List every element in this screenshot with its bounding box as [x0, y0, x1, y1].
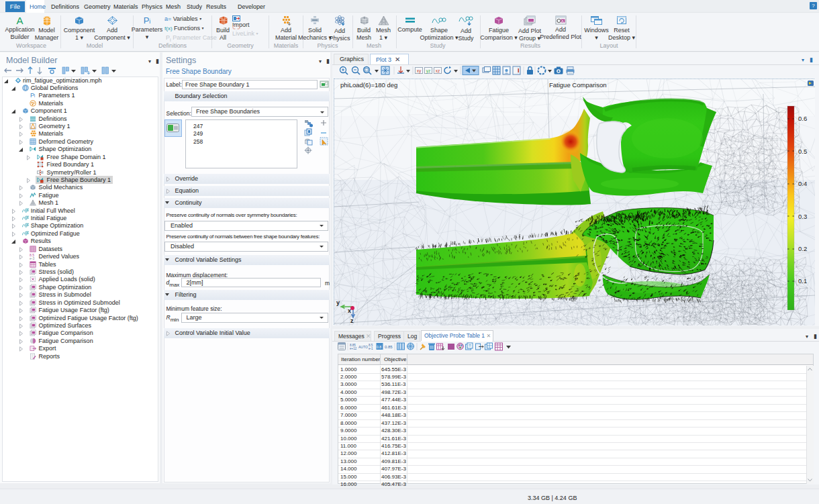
svg-text:xz: xz	[436, 68, 440, 73]
svg-text:y: y	[336, 299, 340, 306]
svg-text:0.3: 0.3	[798, 213, 807, 220]
svg-text:0.4: 0.4	[798, 180, 807, 187]
svg-text:Fatigue Comparison: Fatigue Comparison	[549, 81, 607, 89]
svg-text:z: z	[350, 317, 354, 324]
svg-text:xy: xy	[417, 68, 422, 74]
svg-text:e-3: e-3	[30, 256, 34, 260]
svg-text:x: x	[348, 307, 351, 314]
svg-text:Pi: Pi	[144, 15, 151, 25]
svg-text:0.8: 0.8	[377, 345, 381, 349]
svg-text:i: i	[34, 94, 34, 99]
svg-text:yz: yz	[426, 68, 431, 74]
svg-text:0.6: 0.6	[798, 115, 807, 122]
svg-text:0.5: 0.5	[798, 148, 807, 155]
svg-text:e-1: e-1	[369, 347, 373, 350]
svg-text:8.5: 8.5	[369, 344, 373, 347]
svg-text:8.85: 8.85	[350, 344, 356, 347]
svg-text:0.1: 0.1	[798, 277, 807, 285]
svg-text:AUTO: AUTO	[358, 345, 368, 349]
svg-text:A: A	[16, 15, 23, 25]
svg-text:0.2: 0.2	[798, 245, 807, 252]
svg-text:0.85: 0.85	[385, 345, 393, 349]
svg-text:e+12: e+12	[350, 347, 357, 350]
svg-text:phiLoad(6)=180 deg: phiLoad(6)=180 deg	[340, 81, 397, 89]
